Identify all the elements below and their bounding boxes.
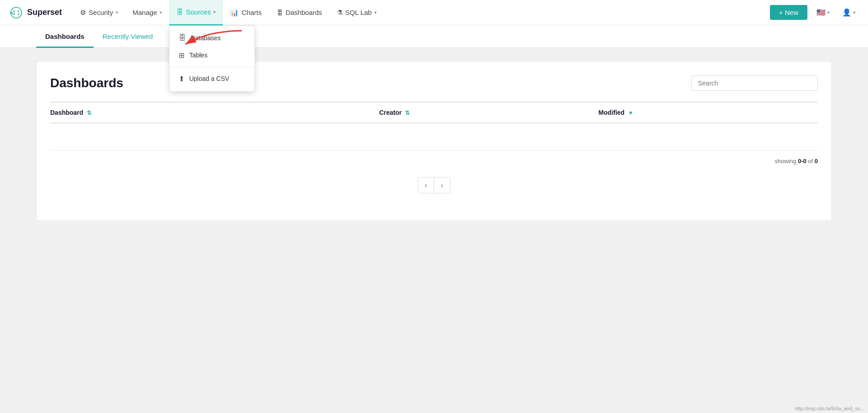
tab-dashboards[interactable]: Dashboards bbox=[36, 25, 94, 48]
new-button[interactable]: + New bbox=[770, 5, 807, 20]
content-header: Dashboards bbox=[50, 75, 818, 91]
user-menu[interactable]: 👤 ▾ bbox=[839, 6, 859, 19]
dropdown-label-tables: Tables bbox=[189, 52, 207, 59]
chevron-down-icon: ▾ bbox=[853, 10, 855, 15]
status-bar: http://img.cdn.fa/6/da_and_so... bbox=[0, 404, 868, 413]
navbar: ∞ Superset ⚙ Security ▾ Manage ▾ 🗄 Sourc… bbox=[0, 0, 868, 25]
col-header-dashboard[interactable]: Dashboard ⇅ bbox=[50, 109, 379, 116]
nav-label-sources: Sources bbox=[186, 8, 211, 16]
nav-item-security[interactable]: ⚙ Security ▾ bbox=[73, 0, 125, 25]
table-body bbox=[50, 123, 818, 150]
nav-label-charts: Charts bbox=[241, 9, 261, 16]
nav-item-dashboards[interactable]: 🎛 Dashboards bbox=[269, 0, 330, 25]
pagination-range: 0-0 bbox=[798, 158, 807, 164]
dropdown-divider bbox=[170, 67, 255, 67]
dropdown-label-upload-csv: Upload a CSV bbox=[189, 75, 229, 82]
dropdown-item-upload-csv[interactable]: ⬆ Upload a CSV bbox=[170, 70, 255, 88]
showing-label: showing bbox=[775, 158, 797, 164]
content-card: Dashboards Dashboard ⇅ Creator ⇅ Modifie… bbox=[36, 61, 832, 221]
nav-item-manage[interactable]: Manage ▾ bbox=[125, 0, 169, 25]
pagination-controls: ‹ › bbox=[50, 177, 818, 193]
page-title: Dashboards bbox=[50, 76, 123, 90]
gear-icon: ⚙ bbox=[80, 9, 86, 17]
table-header: Dashboard ⇅ Creator ⇅ Modified ▼ bbox=[50, 102, 818, 123]
chevron-down-icon: ▾ bbox=[827, 10, 830, 15]
nav-label-manage: Manage bbox=[132, 9, 157, 16]
pagination-info: showing 0-0 of 0 bbox=[50, 150, 818, 168]
sort-icon-creator: ⇅ bbox=[405, 110, 410, 116]
col-label-dashboard: Dashboard bbox=[50, 109, 83, 116]
sort-icon-dashboard: ⇅ bbox=[87, 110, 91, 116]
search-input[interactable] bbox=[691, 75, 818, 91]
nav-item-sqllab[interactable]: ⚗ SQL Lab ▾ bbox=[330, 0, 384, 25]
main-content: Dashboards Dashboard ⇅ Creator ⇅ Modifie… bbox=[0, 48, 868, 235]
dropdown-item-databases[interactable]: 🗄 Databases bbox=[170, 29, 255, 47]
database-icon: 🗄 bbox=[179, 34, 186, 42]
status-url: http://img.cdn.fa/6/da_and_so... bbox=[795, 406, 864, 411]
nav-item-sources[interactable]: 🗄 Sources ▾ 🗄 Databases ⊞ Tables ⬆ Uploa… bbox=[169, 0, 223, 25]
col-label-creator: Creator bbox=[379, 109, 402, 116]
language-selector[interactable]: 🇺🇸 ▾ bbox=[813, 6, 833, 19]
brand-logo-link[interactable]: ∞ Superset bbox=[9, 5, 62, 20]
flask-icon: ⚗ bbox=[337, 9, 343, 17]
sort-icon-modified: ▼ bbox=[628, 110, 633, 116]
pagination-total: 0 bbox=[815, 158, 818, 164]
nav-item-charts[interactable]: 📊 Charts bbox=[223, 0, 269, 25]
nav-label-security: Security bbox=[89, 9, 113, 16]
chevron-down-icon: ▾ bbox=[160, 10, 162, 15]
user-icon: 👤 bbox=[842, 8, 851, 17]
prev-page-button[interactable]: ‹ bbox=[418, 177, 434, 193]
col-header-modified[interactable]: Modified ▼ bbox=[599, 109, 818, 116]
database-stack-icon: 🗄 bbox=[176, 8, 183, 16]
nav-right: + New 🇺🇸 ▾ 👤 ▾ bbox=[770, 5, 859, 20]
nav-label-sqllab: SQL Lab bbox=[345, 9, 372, 16]
chevron-down-icon: ▾ bbox=[213, 9, 216, 14]
svg-text:∞: ∞ bbox=[10, 9, 14, 16]
dropdown-item-tables[interactable]: ⊞ Tables bbox=[170, 47, 255, 64]
of-label: of bbox=[808, 158, 813, 164]
upload-icon: ⬆ bbox=[179, 75, 184, 83]
superset-logo-icon: ∞ bbox=[9, 5, 24, 20]
col-label-modified: Modified bbox=[599, 109, 625, 116]
next-page-button[interactable]: › bbox=[434, 177, 450, 193]
brand-name: Superset bbox=[27, 8, 62, 17]
chevron-down-icon: ▾ bbox=[374, 10, 377, 15]
sources-dropdown: 🗄 Databases ⊞ Tables ⬆ Upload a CSV bbox=[169, 25, 255, 92]
tab-recently-viewed[interactable]: Recently Viewed bbox=[94, 25, 162, 48]
col-header-creator[interactable]: Creator ⇅ bbox=[379, 109, 599, 116]
flag-icon: 🇺🇸 bbox=[816, 8, 826, 17]
chevron-down-icon: ▾ bbox=[116, 10, 118, 15]
nav-label-dashboards: Dashboards bbox=[286, 9, 322, 16]
gauge-icon: 🎛 bbox=[276, 9, 283, 16]
tabs-bar: Dashboards Recently Viewed Favorites bbox=[0, 25, 868, 48]
dropdown-label-databases: Databases bbox=[190, 34, 221, 42]
bar-chart-icon: 📊 bbox=[230, 9, 239, 17]
nav-items: ⚙ Security ▾ Manage ▾ 🗄 Sources ▾ 🗄 Data… bbox=[73, 0, 770, 25]
table-icon: ⊞ bbox=[179, 51, 184, 60]
